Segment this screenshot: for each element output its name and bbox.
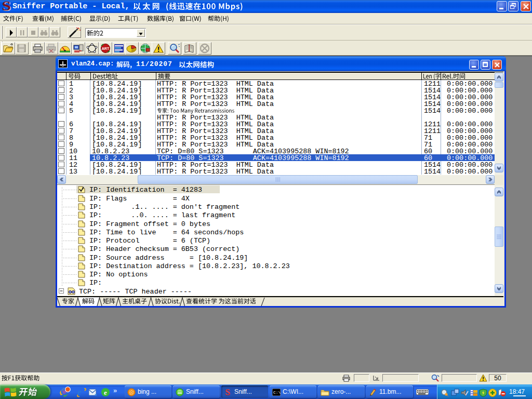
svg-text:S: S: [225, 388, 230, 396]
svg-text:S: S: [2, 0, 11, 13]
svg-text:C:\: C:\: [273, 390, 281, 395]
svg-text:e: e: [77, 387, 82, 397]
svg-text:ART: ART: [102, 47, 110, 50]
svg-text:e: e: [104, 389, 107, 396]
